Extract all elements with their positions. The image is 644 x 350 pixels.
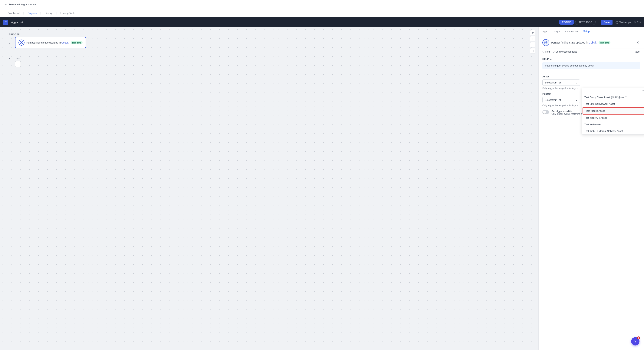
dropdown-list: Test Crazy Chars Asset @#$%@(~~ ` ` Test… — [582, 94, 644, 134]
dropdown-item-label: Test Web Asset — [584, 123, 601, 126]
tab-recipe[interactable]: RECIPE — [558, 20, 574, 25]
trigger-row: 1 Pentest finding state updated in Cobal… — [9, 37, 530, 48]
zoom-in-btn[interactable]: + — [530, 36, 536, 41]
x-icon: ✕ — [634, 21, 636, 24]
exit-label: Exit — [637, 21, 641, 24]
tab-library[interactable]: Library — [42, 9, 55, 17]
zoom-out-btn[interactable]: − — [530, 42, 536, 47]
dropdown-item-label: Test Crazy Chars Asset @#$%@(~~ ` ` — [584, 96, 627, 99]
top-bar: ← Return to Integrations Hub — [0, 0, 644, 9]
find-icon: ⚲ — [542, 50, 544, 53]
dropdown-item-web[interactable]: Test Web Asset — [582, 121, 644, 128]
actions-section-label: ACTIONS — [9, 57, 530, 59]
header-tabs: RECIPE TEST JOBS — [558, 19, 596, 25]
step-number: 1 — [9, 41, 13, 44]
fit-btn[interactable]: ❐ — [530, 48, 536, 53]
exit-link[interactable]: ✕ Exit — [634, 21, 641, 24]
workato-header: ☰ trigger test RECIPE TEST JOBS Save ◯ T… — [0, 17, 644, 27]
optional-fields-label: Show optional fields — [556, 50, 577, 53]
asset-dropdown: ⌃ Test Crazy Chars Asset @#$%@(~~ ` ` Te… — [582, 88, 644, 134]
panel-cobalt-link: Cobalt — [589, 41, 596, 44]
dropdown-item-label: Test Web+API Asset — [584, 116, 607, 119]
nav-sep-1: | — [22, 12, 25, 14]
test-recipe-link[interactable]: ◯ Test recipe — [616, 21, 631, 24]
panel-breadcrumb: App → Trigger → Connection → Setup — [538, 27, 644, 36]
dropdown-chevron-icon: ⌃ — [642, 90, 644, 92]
asset-select-label: Select from list — [545, 81, 561, 84]
breadcrumb-arrow-2: → — [562, 30, 564, 33]
help-fab[interactable]: 9 ? — [631, 337, 640, 346]
pentest-chevron-icon: ⌄ — [576, 98, 578, 101]
pentest-select-label: Select from list — [545, 98, 561, 101]
test-recipe-label: Test recipe — [619, 21, 631, 24]
breadcrumb-setup[interactable]: Setup — [583, 30, 590, 33]
back-arrow-icon: ← — [4, 3, 7, 6]
trigger-icon — [18, 39, 24, 45]
toggle-knob — [543, 111, 546, 114]
realtime-badge-panel: Real-time — [598, 41, 610, 44]
chevron-up-icon: ⌄ — [550, 58, 552, 60]
dropdown-item-label: Test Web + External Network Asset — [584, 130, 623, 132]
help-section: HELP ⌄ Fetches trigger events as soon as… — [538, 55, 644, 72]
close-button[interactable]: ✕ — [635, 40, 640, 45]
circle-icon: ◯ — [616, 21, 618, 24]
dropdown-item-external-network[interactable]: Test External Network Asset — [582, 101, 644, 107]
dropdown-item-label: Test Mobile Asset — [586, 109, 604, 112]
panel-header-left: Pentest finding state updated in Cobalt … — [542, 39, 610, 46]
nav-sep-2: | — [40, 12, 42, 14]
refresh-btn[interactable]: ↻ — [530, 30, 536, 35]
tab-lookup-tables[interactable]: Lookup Tables — [58, 9, 79, 17]
cobalt-link-canvas: Cobalt — [62, 41, 68, 44]
add-action-button[interactable]: + — [15, 61, 21, 67]
dropdown-item-crazy-chars[interactable]: Test Crazy Chars Asset @#$%@(~~ ` ` — [582, 94, 644, 101]
trigger-section-label: TRIGGER — [9, 33, 530, 35]
header-actions: Save ◯ Test recipe ✕ Exit — [601, 20, 641, 25]
dropdown-search: ⌃ — [582, 88, 644, 94]
optional-fields-link[interactable]: ⚲ Show optional fields — [553, 50, 577, 53]
breadcrumb-arrow-3: → — [579, 30, 582, 33]
trigger-prefix: Pentest finding state updated in — [26, 41, 61, 44]
asset-form-section: Asset Select from list ⌄ ⌃ Test Crazy Ch… — [538, 72, 644, 118]
dropdown-item-web-external[interactable]: Test Web + External Network Asset — [582, 128, 644, 134]
tab-dashboard[interactable]: Dashboard — [4, 9, 22, 17]
find-link[interactable]: ⚲ Find — [542, 50, 550, 53]
help-fab-icon: ? — [634, 340, 636, 344]
workato-logo-icon: ☰ — [3, 19, 8, 25]
panel-header: Pentest finding state updated in Cobalt … — [538, 36, 644, 48]
asset-chevron-icon: ⌄ — [576, 81, 578, 84]
optional-fields-icon: ⚲ — [553, 50, 555, 53]
asset-field-row: Select from list ⌄ ⌃ Test Crazy Chars As… — [542, 79, 640, 86]
svg-point-5 — [546, 42, 546, 43]
back-link[interactable]: ← Return to Integrations Hub — [4, 3, 37, 6]
nav-sep-3: | — [55, 12, 57, 14]
breadcrumb-trigger[interactable]: Trigger — [552, 30, 560, 33]
breadcrumb-app[interactable]: App — [542, 30, 547, 33]
canvas-content: TRIGGER 1 Pentest finding state updated … — [0, 27, 538, 73]
trigger-card[interactable]: Pentest finding state updated in Cobalt … — [15, 37, 86, 48]
canvas-controls: ↻ + − ❐ — [530, 30, 536, 53]
back-label: Return to Integrations Hub — [8, 3, 37, 6]
dropdown-item-label: Test External Network Asset — [584, 102, 615, 105]
trigger-condition-toggle[interactable] — [542, 110, 549, 114]
right-panel: App → Trigger → Connection → Setup Pente… — [538, 27, 644, 350]
dropdown-item-web-api[interactable]: Test Web+API Asset — [582, 114, 644, 121]
tab-test-jobs[interactable]: TEST JOBS — [575, 19, 596, 25]
pentest-select-field[interactable]: Select from list ⌄ — [542, 97, 580, 103]
dropdown-item-mobile[interactable]: Test Mobile Asset — [582, 107, 644, 114]
breadcrumb-connection[interactable]: Connection — [566, 30, 578, 33]
save-button[interactable]: Save — [601, 20, 613, 25]
canvas-area: ↻ + − ❐ TRIGGER 1 Pentest — [0, 27, 538, 350]
help-toggle[interactable]: HELP ⌄ — [542, 58, 640, 60]
tab-projects[interactable]: Projects — [25, 9, 40, 17]
connector-line — [15, 53, 15, 57]
asset-select-field[interactable]: Select from list ⌄ — [542, 79, 580, 86]
help-fab-badge: 9 — [637, 337, 640, 340]
reset-link[interactable]: Reset — [634, 50, 640, 53]
dropdown-search-input[interactable] — [584, 89, 642, 92]
main-layout: ↻ + − ❐ TRIGGER 1 Pentest — [0, 27, 644, 350]
panel-title: Pentest finding state updated in Cobalt … — [551, 41, 610, 44]
panel-title-prefix: Pentest finding state updated in — [551, 41, 588, 44]
help-label: HELP — [542, 58, 549, 60]
help-text: Fetches trigger events as soon as they o… — [542, 62, 640, 69]
panel-actions-left: ⚲ Find ⚲ Show optional fields — [542, 50, 577, 53]
